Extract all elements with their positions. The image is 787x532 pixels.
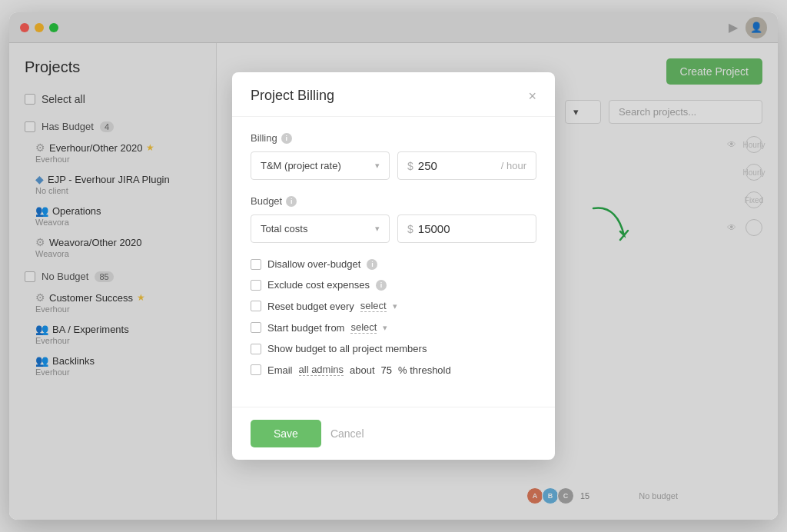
email-label-pre: Email: [267, 364, 293, 376]
cancel-button[interactable]: Cancel: [330, 427, 364, 440]
email-admins-checkbox[interactable]: [251, 364, 261, 375]
email-admins-link[interactable]: all admins: [299, 364, 344, 376]
reset-budget-label: Reset budget every: [267, 301, 354, 312]
reset-budget-select[interactable]: select: [360, 300, 387, 312]
exclude-cost-expenses-checkbox[interactable]: [251, 280, 261, 291]
modal-header: Project Billing ×: [232, 72, 555, 117]
show-budget-checkbox[interactable]: [251, 344, 261, 354]
email-label-post: % threshold: [398, 364, 451, 376]
chevron-down-icon: ▾: [383, 323, 387, 333]
modal-close-button[interactable]: ×: [528, 89, 536, 103]
options-section: Disallow over-budget i Exclude cost expe…: [251, 258, 536, 376]
start-budget-select[interactable]: select: [350, 321, 377, 334]
billing-per-unit: / hour: [501, 160, 526, 171]
chevron-down-icon: ▾: [375, 161, 380, 171]
disallow-info-icon: i: [367, 259, 377, 270]
disallow-over-budget-option: Disallow over-budget i: [251, 258, 536, 270]
budget-type-select[interactable]: Total costs ▾: [251, 214, 390, 243]
chevron-down-icon: ▾: [375, 224, 380, 234]
billing-type-select[interactable]: T&M (project rate) ▾: [251, 151, 390, 180]
modal-footer: Save Cancel: [232, 407, 555, 460]
modal-overlay: Project Billing × Billing i T&M (project…: [9, 12, 778, 520]
dollar-sign: $: [407, 223, 413, 235]
reset-budget-checkbox[interactable]: [251, 301, 261, 311]
email-label-mid: about: [350, 364, 375, 376]
billing-row: T&M (project rate) ▾ $ 250 / hour: [251, 151, 536, 180]
start-budget-label: Start budget from: [267, 322, 344, 334]
budget-info-icon: i: [286, 196, 297, 207]
threshold-value: 75: [381, 364, 392, 376]
billing-amount-field[interactable]: $ 250 / hour: [397, 151, 536, 180]
start-budget-option: Start budget from select ▾: [251, 321, 536, 334]
exclude-cost-expenses-label: Exclude cost expenses: [267, 279, 370, 291]
budget-row: Total costs ▾ $ 15000: [251, 214, 536, 243]
disallow-over-budget-checkbox[interactable]: [251, 259, 261, 270]
modal-title: Project Billing: [251, 88, 334, 104]
billing-info-icon: i: [281, 133, 292, 144]
disallow-over-budget-label: Disallow over-budget: [267, 258, 360, 270]
reset-budget-option: Reset budget every select ▾: [251, 300, 536, 312]
show-budget-option: Show budget to all project members: [251, 343, 536, 354]
billing-amount-value: 250: [418, 159, 496, 172]
billing-type-value: T&M (project rate): [261, 160, 341, 171]
exclude-cost-expenses-option: Exclude cost expenses i: [251, 279, 536, 291]
budget-section-label: Budget i: [251, 195, 536, 207]
email-admins-option: Email all admins about 75 % threshold: [251, 364, 536, 376]
billing-section-label: Billing i: [251, 132, 536, 144]
budget-type-value: Total costs: [261, 223, 307, 234]
exclude-info-icon: i: [376, 280, 387, 291]
budget-amount-field[interactable]: $ 15000: [397, 214, 536, 243]
app-window: ▶ 👤 Projects Select all Has Budget 4 ⚙ E…: [9, 12, 778, 520]
dollar-sign: $: [407, 160, 413, 172]
save-button[interactable]: Save: [251, 420, 321, 447]
start-budget-checkbox[interactable]: [251, 322, 261, 333]
project-billing-modal: Project Billing × Billing i T&M (project…: [232, 72, 555, 460]
budget-amount-value: 15000: [418, 222, 526, 235]
show-budget-label: Show budget to all project members: [267, 343, 427, 354]
chevron-down-icon: ▾: [393, 301, 397, 311]
modal-body: Billing i T&M (project rate) ▾ $ 250 / h…: [232, 117, 555, 407]
